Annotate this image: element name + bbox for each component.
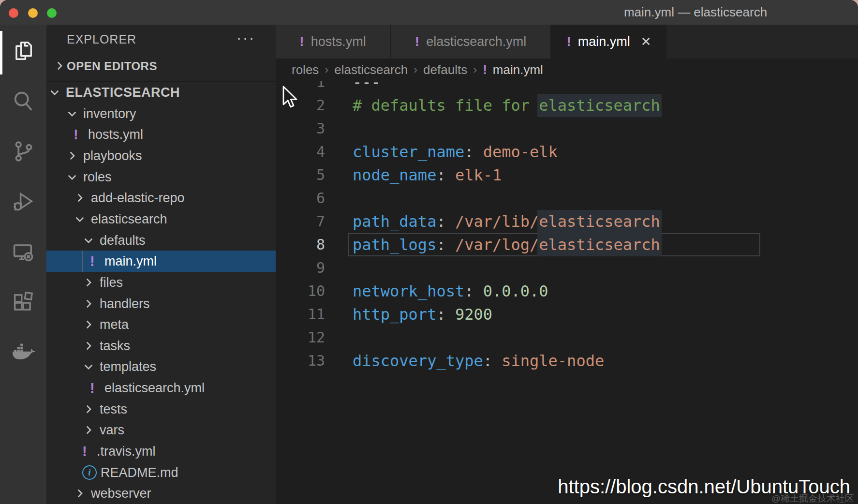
code-line-4[interactable]: cluster_name: demo-elk: [353, 140, 558, 163]
tab-label: main.yml: [578, 34, 630, 49]
code-token: network_host: [353, 282, 464, 300]
tree-item-tasks[interactable]: tasks: [46, 335, 276, 356]
chevron-right-icon: [66, 145, 78, 166]
tree-item-files[interactable]: files: [46, 272, 276, 293]
tab-modified-icon: !: [299, 34, 304, 49]
code-token: :: [436, 236, 455, 254]
code-line-10[interactable]: network_host: 0.0.0.0: [353, 280, 548, 303]
tree-item-travis-yml[interactable]: !.travis.yml: [46, 441, 276, 462]
maximize-window-button[interactable]: [47, 8, 57, 18]
tree-item-defaults[interactable]: defaults: [46, 230, 276, 251]
code-line-8[interactable]: path_logs: /var/log/elasticsearch: [353, 233, 660, 256]
source-control-activity-button[interactable]: [0, 128, 46, 175]
open-editors-section[interactable]: OPEN EDITORS: [46, 52, 276, 82]
code-token: path_logs: [353, 236, 436, 254]
chevron-right-icon: [82, 314, 95, 335]
tab-main-yml[interactable]: !main.yml✕: [551, 25, 666, 59]
sidebar-header: EXPLORER ···: [46, 25, 276, 52]
code-line-2[interactable]: # defaults file for elasticsearch: [353, 94, 660, 117]
tree-item-tests[interactable]: tests: [46, 399, 276, 420]
word-highlight: elasticsearch: [537, 210, 661, 233]
close-window-button[interactable]: [9, 8, 18, 18]
tree-item-playbooks[interactable]: playbooks: [46, 145, 276, 166]
code-token: single-node: [502, 352, 604, 370]
extensions-activity-button[interactable]: [0, 279, 46, 326]
git-branch-icon: [11, 139, 36, 164]
code-token: :: [464, 143, 483, 161]
extensions-icon: [11, 290, 36, 315]
explorer-sidebar: EXPLORER ··· OPEN EDITORS ELASTICSEARCHi…: [46, 25, 276, 504]
chevron-down-icon: [82, 230, 95, 251]
tree-item-label: elasticsearch.yml: [104, 377, 205, 399]
code-line-5[interactable]: node_name: elk-1: [353, 163, 502, 187]
views-and-more-actions-icon[interactable]: ···: [237, 25, 255, 52]
explorer-activity-button[interactable]: [0, 28, 46, 74]
chevron-right-icon: [82, 293, 95, 314]
tree-item-label: .travis.yml: [97, 441, 156, 462]
open-editors-label: OPEN EDITORS: [67, 52, 157, 80]
tree-item-hosts-yml[interactable]: !hosts.yml: [46, 124, 276, 145]
tree-item-templates[interactable]: templates: [46, 356, 276, 377]
tree-item-readme-md[interactable]: iREADME.md: [46, 462, 276, 483]
tree-item-meta[interactable]: meta: [46, 314, 276, 335]
search-icon: [11, 89, 36, 114]
tab-label: hosts.yml: [311, 34, 366, 49]
tree-item-elasticsearch[interactable]: elasticsearch: [46, 208, 276, 230]
docker-activity-button[interactable]: [0, 329, 46, 376]
tab-hosts-yml[interactable]: !hosts.yml: [276, 25, 391, 59]
tree-item-handlers[interactable]: handlers: [46, 293, 276, 314]
tree-item-inventory[interactable]: inventory: [46, 103, 276, 124]
title-bar: main.yml — elasticsearch: [0, 0, 858, 25]
line-number-6: 6: [276, 187, 325, 210]
tab-modified-icon: !: [415, 34, 419, 49]
run-debug-activity-button[interactable]: [0, 178, 46, 225]
code-line-13[interactable]: discovery_type: single-node: [353, 349, 604, 372]
line-number-7: 7: [276, 210, 325, 233]
line-number-10: 10: [276, 280, 325, 303]
minimize-window-button[interactable]: [28, 8, 38, 18]
chevron-down-icon: [66, 166, 78, 188]
tree-item-add-elastic-repo[interactable]: add-elastic-repo: [46, 187, 276, 208]
tree-item-label: elasticsearch: [91, 208, 167, 230]
remote-explorer-activity-button[interactable]: [0, 229, 46, 275]
tree-item-label: webserver: [91, 483, 151, 504]
debug-play-icon: [11, 189, 36, 214]
tree-item-vars[interactable]: vars: [46, 419, 276, 441]
code-editor[interactable]: 1---2# defaults file for elasticsearch34…: [276, 59, 858, 504]
breadcrumb-item-defaults[interactable]: defaults: [423, 62, 467, 77]
tree-item-label: add-elastic-repo: [91, 187, 185, 208]
tree-item-label: meta: [100, 314, 129, 335]
file-tree: ELASTICSEARCHinventory!hosts.ymlplaybook…: [46, 82, 276, 504]
tab-close-icon[interactable]: ✕: [641, 34, 651, 49]
search-activity-button[interactable]: [0, 78, 46, 124]
code-token: # defaults file for: [353, 96, 539, 115]
tree-item-label: README.md: [101, 462, 178, 483]
tree-item-label: roles: [83, 166, 112, 188]
breadcrumb-item-roles[interactable]: roles: [292, 62, 319, 77]
code-line-7[interactable]: path_data: /var/lib/elasticsearch: [353, 210, 660, 233]
docker-whale-icon: [10, 339, 37, 366]
tree-item-elasticsearch-yml[interactable]: !elasticsearch.yml: [46, 377, 276, 399]
line-number-13: 13: [276, 349, 325, 372]
chevron-right-icon: [82, 399, 95, 420]
info-icon: i: [82, 462, 97, 483]
tree-item-label: handlers: [100, 293, 150, 314]
code-token: discovery_type: [353, 352, 483, 370]
tree-item-elasticsearch[interactable]: ELASTICSEARCH: [46, 82, 276, 103]
code-token: demo-elk: [483, 143, 558, 161]
line-number-3: 3: [276, 117, 325, 140]
tree-item-label: tasks: [100, 335, 130, 356]
breadcrumb-item-main-yml[interactable]: main.yml: [493, 62, 543, 77]
tree-item-roles[interactable]: roles: [46, 166, 276, 188]
tab-elasticsearch-yml[interactable]: !elasticsearch.yml: [391, 25, 551, 59]
code-token: path_data: [353, 212, 436, 231]
code-token: :: [436, 212, 455, 231]
modified-warning-icon: !: [90, 377, 95, 399]
tree-item-webserver[interactable]: webserver: [46, 483, 276, 504]
code-line-11[interactable]: http_port: 9200: [353, 303, 492, 326]
tab-label: elasticsearch.yml: [426, 34, 526, 49]
breadcrumb-item-elasticsearch[interactable]: elasticsearch: [334, 62, 408, 77]
tree-item-main-yml[interactable]: !main.yml: [46, 251, 276, 272]
tree-item-label: defaults: [100, 230, 146, 251]
tree-item-label: inventory: [83, 103, 136, 124]
